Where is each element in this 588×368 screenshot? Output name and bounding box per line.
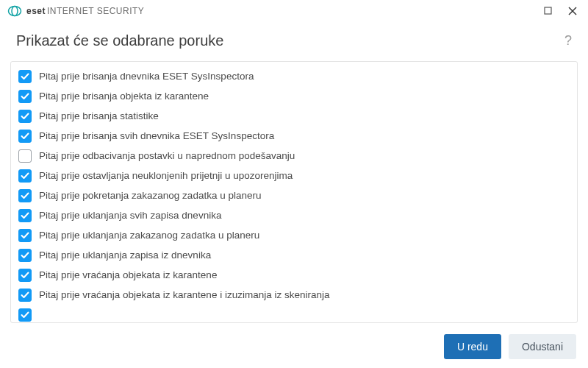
option-row: Pitaj prije ostavljanja neuklonjenih pri… <box>17 166 567 185</box>
option-checkbox[interactable] <box>18 249 32 262</box>
svg-point-0 <box>9 6 21 15</box>
option-row: Pitaj prije vraćanja objekata iz karante… <box>17 285 567 305</box>
svg-rect-2 <box>545 7 551 14</box>
option-checkbox[interactable] <box>18 110 32 123</box>
ok-button[interactable]: U redu <box>444 334 501 359</box>
option-label: Pitaj prije brisanja dnevnika ESET SysIn… <box>39 71 254 82</box>
option-checkbox[interactable] <box>18 189 32 202</box>
option-checkbox[interactable] <box>18 289 32 302</box>
window-controls <box>537 2 584 20</box>
option-row: Pitaj prije odbacivanja postavki u napre… <box>17 146 567 166</box>
option-label: Pitaj prije vraćanja objekata iz karante… <box>39 289 329 300</box>
option-checkbox[interactable] <box>18 90 32 103</box>
page-title: Prikazat će se odabrane poruke <box>16 32 223 49</box>
close-icon <box>568 7 577 15</box>
maximize-button[interactable] <box>537 2 559 20</box>
option-label: Pitaj prije uklanjanja zakazanog zadatka… <box>39 230 259 241</box>
close-button[interactable] <box>562 2 584 20</box>
cancel-button[interactable]: Odustani <box>509 334 576 359</box>
option-checkbox[interactable] <box>18 269 32 282</box>
option-row: Pitaj prije uklanjanja zapisa iz dnevnik… <box>17 245 567 265</box>
option-label: Pitaj prije vraćanja objekata iz karante… <box>39 269 217 280</box>
option-label: Pitaj prije brisanja statistike <box>39 110 159 121</box>
eset-logo-icon <box>7 4 22 18</box>
options-list[interactable]: Pitaj prije brisanja dnevnika ESET SysIn… <box>11 62 577 322</box>
option-checkbox[interactable] <box>18 149 32 163</box>
option-row: Pitaj prije brisanja svih dnevnika ESET … <box>17 126 567 146</box>
dialog-header: Prikazat će se odabrane poruke ? <box>0 22 588 55</box>
option-row: Pitaj prije brisanja dnevnika ESET SysIn… <box>17 66 567 86</box>
options-panel: Pitaj prije brisanja dnevnika ESET SysIn… <box>10 61 578 323</box>
brand-light: INTERNET SECURITY <box>47 6 144 16</box>
option-row: Pitaj prije pokretanja zakazanog zadatka… <box>17 185 567 205</box>
option-label: Pitaj prije odbacivanja postavki u napre… <box>39 150 295 161</box>
brand-text: esetINTERNET SECURITY <box>26 6 144 16</box>
option-row: Pitaj prije vraćanja objekata iz karante… <box>17 265 567 285</box>
option-label: Pitaj prije brisanja svih dnevnika ESET … <box>39 130 274 141</box>
option-checkbox[interactable] <box>18 130 32 143</box>
option-row: Pitaj prije uklanjanja zakazanog zadatka… <box>17 225 567 245</box>
option-row: Pitaj prije brisanja statistike <box>17 106 567 126</box>
option-row <box>17 305 567 322</box>
option-label: Pitaj prije uklanjanja zapisa iz dnevnik… <box>39 250 211 261</box>
help-button[interactable]: ? <box>564 33 572 49</box>
maximize-icon <box>544 7 552 15</box>
option-checkbox[interactable] <box>18 209 32 222</box>
option-checkbox[interactable] <box>18 169 32 183</box>
option-checkbox[interactable] <box>18 308 32 322</box>
option-label: Pitaj prije brisanja objekta iz karanten… <box>39 91 209 102</box>
option-checkbox[interactable] <box>18 229 32 242</box>
titlebar: esetINTERNET SECURITY <box>0 0 588 22</box>
option-checkbox[interactable] <box>18 70 32 83</box>
option-label: Pitaj prije pokretanja zakazanog zadatka… <box>39 190 261 201</box>
svg-point-1 <box>12 6 18 15</box>
brand-bold: eset <box>26 6 46 16</box>
option-label: Pitaj prije ostavljanja neuklonjenih pri… <box>39 170 293 181</box>
option-label: Pitaj prije uklanjanja svih zapisa dnevn… <box>39 210 221 221</box>
option-row: Pitaj prije uklanjanja svih zapisa dnevn… <box>17 205 567 225</box>
brand-logo: esetINTERNET SECURITY <box>7 4 144 18</box>
dialog-footer: U redu Odustani <box>0 325 588 368</box>
option-row: Pitaj prije brisanja objekta iz karanten… <box>17 86 567 106</box>
